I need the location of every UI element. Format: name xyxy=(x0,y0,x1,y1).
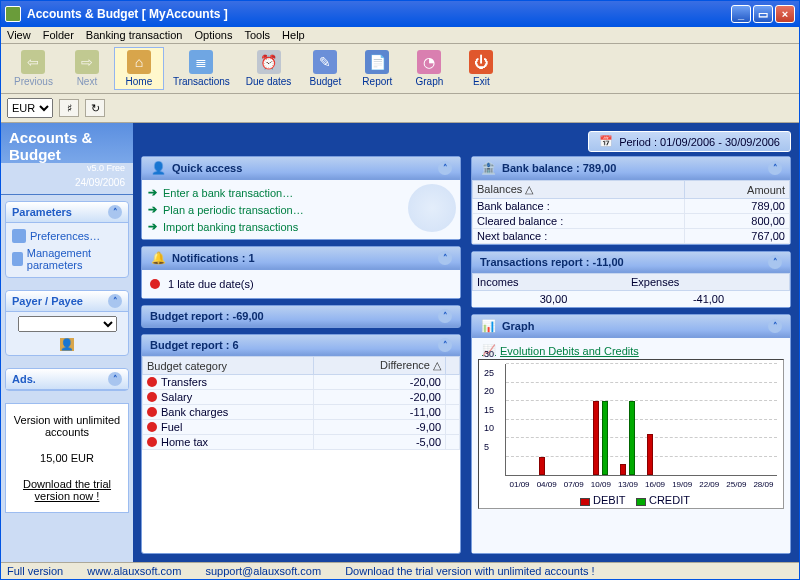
titlebar: Accounts & Budget [ MyAccounts ] _ ▭ × xyxy=(1,1,799,27)
chevron-up-icon[interactable]: ˄ xyxy=(438,251,452,265)
graph-area: 5101520253001/0904/0907/0910/0913/0916/0… xyxy=(478,359,784,509)
chevron-up-icon[interactable]: ˄ xyxy=(108,205,122,219)
exit-button[interactable]: ⏻Exit xyxy=(456,47,506,90)
chevron-up-icon[interactable]: ˄ xyxy=(768,161,782,175)
balance-col-name[interactable]: Balances △ xyxy=(473,181,685,199)
menu-view[interactable]: View xyxy=(7,29,31,41)
transactions-button[interactable]: ≣Transactions xyxy=(166,47,237,90)
ads-heading: Ads. xyxy=(12,373,36,385)
chevron-up-icon[interactable]: ˄ xyxy=(108,294,122,308)
graph-button[interactable]: ◔Graph xyxy=(404,47,454,90)
ads-content: Version with unlimited accounts 15,00 EU… xyxy=(5,403,129,513)
budget-col-category[interactable]: Budget category xyxy=(143,357,314,375)
menu-options[interactable]: Options xyxy=(194,29,232,41)
transactions-label: Transactions xyxy=(173,76,230,87)
x-tick-label: 13/09 xyxy=(618,480,638,489)
table-row[interactable]: Next balance :767,00 xyxy=(473,229,790,244)
currency-select[interactable]: EUR xyxy=(7,98,53,118)
graph-panel-title: Graph xyxy=(502,320,534,332)
content-area: Accounts & Budget v5.0 Free 24/09/2006 P… xyxy=(1,123,799,562)
exit-icon: ⏻ xyxy=(469,50,493,74)
maximize-button[interactable]: ▭ xyxy=(753,5,773,23)
status-mail-link[interactable]: support@alauxsoft.com xyxy=(205,565,321,577)
toolbar-settings-icon[interactable]: ♯ xyxy=(59,99,79,117)
notification-text: 1 late due date(s) xyxy=(168,278,254,290)
toolbar-refresh-icon[interactable]: ↻ xyxy=(85,99,105,117)
status-trial-link[interactable]: Download the trial version with unlimite… xyxy=(345,565,594,577)
table-row[interactable]: Fuel-9,00 xyxy=(143,420,460,435)
report-label: Report xyxy=(362,76,392,87)
status-fullversion-link[interactable]: Full version xyxy=(7,565,63,577)
bar-debit xyxy=(593,401,599,475)
y-tick-label: 10 xyxy=(484,423,494,433)
chevron-up-icon[interactable]: ˄ xyxy=(108,372,122,386)
status-site-link[interactable]: www.alauxsoft.com xyxy=(87,565,181,577)
table-row[interactable]: Bank balance :789,00 xyxy=(473,199,790,214)
period-box[interactable]: 📅 Period : 01/09/2006 - 30/09/2006 xyxy=(588,131,791,152)
previous-label: Previous xyxy=(14,76,53,87)
ads-download-link[interactable]: Download the trial version now ! xyxy=(23,478,111,502)
alert-dot-icon xyxy=(147,407,157,417)
table-row[interactable]: Home tax-5,00 xyxy=(143,435,460,450)
budget-col-difference[interactable]: Difference △ xyxy=(313,357,445,375)
param-link[interactable]: Preferences… xyxy=(12,227,122,245)
bar-credit xyxy=(602,401,608,475)
payer-icon[interactable]: 👤 xyxy=(60,338,74,351)
bank-balance-panel: 🏦 Bank balance : 789,00 ˄ Balances △ Amo… xyxy=(471,156,791,245)
graph-label: Graph xyxy=(415,76,443,87)
calendar-icon: 📅 xyxy=(599,135,613,148)
graph-legend: DEBIT CREDIT xyxy=(479,492,783,506)
chevron-up-icon[interactable]: ˄ xyxy=(438,338,452,352)
table-row[interactable]: Cleared balance :800,00 xyxy=(473,214,790,229)
legend-debit-swatch xyxy=(580,498,590,506)
home-button[interactable]: ⌂Home xyxy=(114,47,164,90)
y-tick-label: 30 xyxy=(484,349,494,359)
next-icon: ⇨ xyxy=(75,50,99,74)
expenses-label: Expenses xyxy=(631,276,785,288)
main-area: 📅 Period : 01/09/2006 - 30/09/2006 👤 Qui… xyxy=(133,123,799,562)
param-link[interactable]: Management parameters xyxy=(12,245,122,273)
incomes-label: Incomes xyxy=(477,276,631,288)
duedates-button[interactable]: ⏰Due dates xyxy=(239,47,299,90)
chevron-up-icon[interactable]: ˄ xyxy=(438,161,452,175)
minimize-button[interactable]: _ xyxy=(731,5,751,23)
table-row[interactable]: Transfers-20,00 xyxy=(143,375,460,390)
menu-banking-transaction[interactable]: Banking transaction xyxy=(86,29,183,41)
budget-button[interactable]: ✎Budget xyxy=(300,47,350,90)
payer-panel: Payer / Payee ˄ 👤 xyxy=(5,290,129,356)
notifications-title: Notifications : 1 xyxy=(172,252,255,264)
table-row[interactable]: Bank charges-11,00 xyxy=(143,405,460,420)
alert-dot-icon xyxy=(147,422,157,432)
window-title: Accounts & Budget [ MyAccounts ] xyxy=(27,7,731,21)
graph-title-link[interactable]: 📈 Evolution Debits and Credits xyxy=(478,342,784,359)
chevron-up-icon[interactable]: ˄ xyxy=(768,255,782,269)
bell-icon: 🔔 xyxy=(150,250,166,266)
sidebar-version: v5.0 Free xyxy=(9,163,125,173)
report-button[interactable]: 📄Report xyxy=(352,47,402,90)
parameters-heading: Parameters xyxy=(12,206,72,218)
chevron-up-icon[interactable]: ˄ xyxy=(768,319,782,333)
bar-debit xyxy=(647,434,653,475)
menu-help[interactable]: Help xyxy=(282,29,305,41)
chevron-up-icon[interactable]: ˄ xyxy=(438,309,452,323)
quick-access-link[interactable]: ➔Import banking transactions xyxy=(148,218,454,235)
payer-heading: Payer / Payee xyxy=(12,295,83,307)
close-button[interactable]: × xyxy=(775,5,795,23)
menu-folder[interactable]: Folder xyxy=(43,29,74,41)
graph-icon: ◔ xyxy=(417,50,441,74)
sidebar-title: Accounts & Budget xyxy=(9,129,125,163)
parameters-panel: Parameters ˄ Preferences…Management para… xyxy=(5,201,129,278)
notification-row[interactable]: 1 late due date(s) xyxy=(148,274,454,294)
payer-select[interactable] xyxy=(18,316,117,332)
home-icon: ⌂ xyxy=(127,50,151,74)
duedates-icon: ⏰ xyxy=(257,50,281,74)
quick-access-panel: 👤 Quick access ˄ ➔Enter a bank transacti… xyxy=(141,156,461,240)
balance-col-amount[interactable]: Amount xyxy=(685,181,790,199)
menu-tools[interactable]: Tools xyxy=(244,29,270,41)
bank-balance-title: Bank balance : 789,00 xyxy=(502,162,616,174)
x-tick-label: 25/09 xyxy=(726,480,746,489)
toolbar: ⇦Previous⇨Next⌂Home≣Transactions⏰Due dat… xyxy=(1,44,799,94)
table-row[interactable]: Salary-20,00 xyxy=(143,390,460,405)
budget-report-detail-panel: Budget report : 6 ˄ Budget category Diff… xyxy=(141,334,461,554)
quick-access-link[interactable]: ➔Enter a bank transaction… xyxy=(148,184,454,201)
